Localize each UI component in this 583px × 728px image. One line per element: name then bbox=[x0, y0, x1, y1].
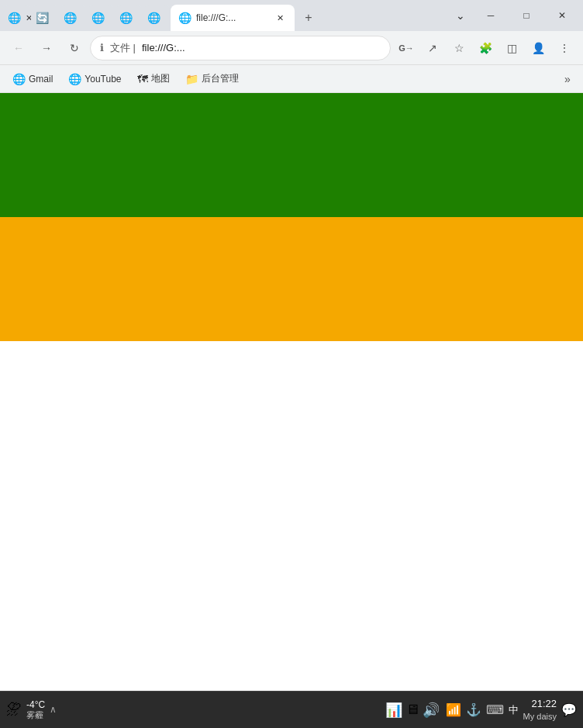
bookmarks-bar: 🌐 Gmail 🌐 YouTube 🗺 地图 📁 后台管理 » bbox=[0, 65, 583, 93]
tab-active-close[interactable]: ✕ bbox=[273, 11, 287, 25]
menu-button[interactable]: ⋮ bbox=[552, 36, 577, 60]
translate-button[interactable]: G→ bbox=[394, 36, 419, 60]
backend-icon: 📁 bbox=[185, 73, 198, 85]
forward-button[interactable]: → bbox=[34, 36, 59, 60]
close-button[interactable]: ✕ bbox=[544, 3, 580, 28]
bookmark-maps[interactable]: 🗺 地图 bbox=[131, 69, 176, 88]
weather-icon[interactable]: ⛈ bbox=[6, 701, 22, 719]
tab-active[interactable]: 🌐 file:///G:... ✕ bbox=[171, 5, 295, 31]
taskbar-spreadsheet-icon[interactable]: 📊 bbox=[385, 702, 402, 719]
gmail-icon: 🌐 bbox=[12, 73, 26, 85]
tab-6[interactable]: 🌐 bbox=[143, 5, 171, 30]
tab-active-label: file:///G:... bbox=[196, 12, 268, 23]
youtube-label: YouTube bbox=[85, 74, 121, 85]
bookmark-gmail[interactable]: 🌐 Gmail bbox=[6, 70, 59, 88]
address-prefix: 文件 | bbox=[110, 41, 136, 55]
backend-label: 后台管理 bbox=[202, 72, 239, 85]
taskbar-time-value: 21:22 bbox=[523, 698, 557, 711]
taskbar-sys-icons: 📶 ⚓ ⌨ bbox=[446, 702, 504, 717]
tab-1-icon: 🌐 bbox=[8, 12, 21, 24]
window-controls: ─ □ ✕ bbox=[470, 0, 583, 31]
taskbar: ⛈ -4°C 雾霾 ∧ 📊 🖥 🔊 📶 ⚓ ⌨ 中 21:22 My daisy bbox=[0, 691, 583, 728]
titlebar: 🌐 ✕ 🔄 🌐 🌐 🌐 bbox=[0, 0, 583, 31]
orange-block bbox=[0, 217, 583, 341]
maps-label: 地图 bbox=[151, 72, 170, 85]
green-block bbox=[0, 93, 583, 217]
new-tab-button[interactable]: + bbox=[298, 7, 319, 29]
taskbar-monitor-icon[interactable]: 🖥 bbox=[405, 702, 419, 718]
taskbar-volume-icon[interactable]: 🔊 bbox=[423, 702, 440, 719]
toolbar: ← → ↻ ℹ 文件 | file:///G:... G→ ↗ ☆ 🧩 ◫ 👤 … bbox=[0, 31, 583, 65]
taskbar-wifi-icon[interactable]: 📶 bbox=[446, 702, 461, 717]
tab-6-icon: 🌐 bbox=[147, 12, 160, 24]
page-content bbox=[0, 93, 583, 691]
tab-3-icon: 🌐 bbox=[64, 12, 77, 24]
bookmark-button[interactable]: ☆ bbox=[447, 36, 471, 60]
tab-4-icon: 🌐 bbox=[91, 12, 105, 24]
tab-2-icon: 🔄 bbox=[36, 12, 49, 24]
split-button[interactable]: ◫ bbox=[499, 36, 524, 60]
youtube-icon: 🌐 bbox=[68, 73, 81, 85]
taskbar-link-icon[interactable]: ⚓ bbox=[466, 702, 481, 717]
taskbar-temperature: -4°C bbox=[26, 699, 45, 710]
taskbar-left: ⛈ -4°C 雾霾 ∧ bbox=[6, 699, 379, 721]
white-block bbox=[0, 341, 583, 691]
reload-button[interactable]: ↻ bbox=[62, 36, 87, 60]
address-bar[interactable]: ℹ 文件 | file:///G:... bbox=[90, 36, 391, 60]
toolbar-actions: G→ ↗ ☆ 🧩 ◫ 👤 ⋮ bbox=[394, 36, 577, 60]
bookmarks-more-button[interactable]: » bbox=[558, 70, 577, 88]
back-button[interactable]: ← bbox=[6, 36, 31, 60]
maps-icon: 🗺 bbox=[137, 73, 148, 85]
taskbar-weather-text: 雾霾 bbox=[26, 710, 43, 720]
minimize-button[interactable]: ─ bbox=[473, 3, 509, 28]
taskbar-keyboard-icon[interactable]: ⌨ bbox=[486, 702, 504, 717]
tab-5-icon: 🌐 bbox=[119, 12, 133, 24]
tab-3[interactable]: 🌐 bbox=[59, 5, 87, 30]
tab-4[interactable]: 🌐 bbox=[87, 5, 115, 30]
taskbar-weather-info[interactable]: -4°C 雾霾 bbox=[26, 699, 45, 721]
maximize-button[interactable]: □ bbox=[509, 3, 544, 28]
tab-2[interactable]: 🔄 bbox=[31, 5, 59, 30]
tab-expand-icon[interactable]: ⌄ bbox=[451, 3, 470, 28]
taskbar-expand-arrow[interactable]: ∧ bbox=[50, 704, 57, 715]
share-button[interactable]: ↗ bbox=[420, 36, 445, 60]
gmail-label: Gmail bbox=[29, 74, 53, 85]
profile-button[interactable]: 👤 bbox=[526, 36, 550, 60]
browser-window: 🌐 ✕ 🔄 🌐 🌐 🌐 bbox=[0, 0, 583, 728]
tab-5[interactable]: 🌐 bbox=[115, 5, 143, 30]
taskbar-right: 📶 ⚓ ⌨ 中 21:22 My daisy 💬 bbox=[446, 698, 577, 722]
taskbar-notification-icon[interactable]: 💬 bbox=[561, 702, 577, 717]
taskbar-date-value: My daisy bbox=[523, 711, 557, 722]
bookmark-backend[interactable]: 📁 后台管理 bbox=[179, 69, 245, 88]
tab-strip: 🌐 ✕ 🔄 🌐 🌐 🌐 bbox=[0, 0, 451, 31]
address-url: file:///G:... bbox=[142, 42, 381, 53]
taskbar-lang[interactable]: 中 bbox=[509, 703, 519, 717]
tab-active-icon: 🌐 bbox=[178, 12, 191, 24]
address-info-icon: ℹ bbox=[100, 42, 104, 53]
extensions-button[interactable]: 🧩 bbox=[473, 36, 498, 60]
tab-1[interactable]: 🌐 ✕ bbox=[3, 5, 31, 30]
taskbar-clock[interactable]: 21:22 My daisy bbox=[523, 698, 557, 722]
taskbar-app-icons: 📊 🖥 🔊 bbox=[385, 702, 440, 719]
bookmark-youtube[interactable]: 🌐 YouTube bbox=[62, 70, 127, 88]
